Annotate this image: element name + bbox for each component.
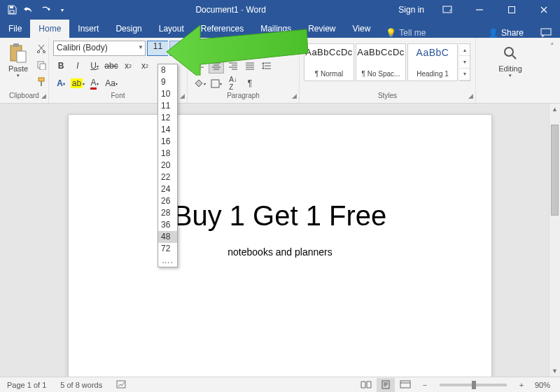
line-spacing-button[interactable] bbox=[259, 58, 274, 74]
align-right-button[interactable] bbox=[225, 58, 241, 74]
ribbon-display-options-icon[interactable] bbox=[431, 0, 463, 20]
style-heading1[interactable]: AaBbCHeading 1 bbox=[407, 43, 458, 81]
font-dialog-launcher[interactable]: ◢ bbox=[180, 92, 185, 99]
tab-home[interactable]: Home bbox=[30, 20, 69, 38]
align-center-button[interactable] bbox=[209, 58, 224, 74]
subscript-button[interactable]: x2 bbox=[120, 58, 136, 74]
clipboard-dialog-launcher[interactable]: ◢ bbox=[41, 92, 46, 99]
font-size-dropdown-button[interactable]: ▼ bbox=[169, 41, 181, 56]
zoom-out-button[interactable]: − bbox=[416, 378, 434, 392]
size-option[interactable]: 9 bbox=[158, 76, 177, 88]
document-heading[interactable]: Buy 1 Get 1 Free bbox=[174, 200, 387, 232]
close-button[interactable] bbox=[528, 0, 560, 20]
save-icon[interactable] bbox=[4, 2, 20, 18]
size-option[interactable]: 14 bbox=[158, 124, 177, 136]
increase-indent-button[interactable] bbox=[259, 40, 274, 55]
size-option[interactable]: 11 bbox=[158, 100, 177, 112]
zoom-in-button[interactable]: + bbox=[512, 378, 531, 392]
size-option[interactable]: 18 bbox=[158, 148, 177, 160]
font-size-dropdown-list[interactable]: 8 9 10 11 12 14 16 18 20 22 24 26 28 36 … bbox=[158, 64, 178, 267]
font-size-combo[interactable]: 11 bbox=[147, 41, 168, 56]
format-painter-icon[interactable] bbox=[34, 74, 49, 90]
cut-icon[interactable] bbox=[34, 41, 49, 56]
paragraph-dialog-launcher[interactable]: ◢ bbox=[292, 92, 297, 99]
document-subtext[interactable]: notebooks and planners bbox=[227, 246, 332, 258]
tab-view[interactable]: View bbox=[344, 20, 379, 38]
size-option[interactable]: 16 bbox=[158, 136, 177, 148]
tell-me[interactable]: 💡Tell me bbox=[379, 28, 433, 38]
vertical-scrollbar[interactable]: ▲ ▼ bbox=[549, 104, 560, 377]
zoom-slider[interactable] bbox=[440, 384, 507, 386]
web-layout-button[interactable] bbox=[396, 378, 414, 392]
show-marks-button[interactable]: ¶ bbox=[242, 76, 258, 91]
sort-button[interactable]: A↓Z bbox=[225, 76, 241, 91]
italic-button[interactable]: I bbox=[70, 58, 85, 74]
style-sample: AaBbCcDc bbox=[305, 47, 353, 57]
svg-rect-23 bbox=[117, 381, 125, 388]
qat-customize-icon[interactable]: ▾ bbox=[55, 2, 70, 18]
tab-references[interactable]: References bbox=[192, 20, 252, 38]
highlight-button[interactable]: ab▾ bbox=[70, 76, 85, 91]
size-list-resize-icon[interactable]: …. bbox=[158, 255, 177, 267]
superscript-button[interactable]: x2 bbox=[137, 58, 153, 74]
size-option[interactable]: 24 bbox=[158, 183, 177, 195]
sign-in-link[interactable]: Sign in bbox=[391, 5, 431, 15]
size-option-hover[interactable]: 48 bbox=[158, 231, 177, 243]
undo-icon[interactable] bbox=[21, 2, 36, 18]
tab-mailings[interactable]: Mailings bbox=[252, 20, 300, 38]
text-effects-button[interactable]: A▾ bbox=[53, 76, 69, 91]
copy-icon[interactable] bbox=[34, 57, 49, 73]
collapse-ribbon-button[interactable]: ˄ bbox=[545, 38, 560, 103]
font-color-button[interactable]: A▾ bbox=[87, 76, 102, 91]
size-option[interactable]: 8 bbox=[158, 64, 177, 76]
shading-button[interactable]: ▾ bbox=[192, 76, 207, 91]
scroll-up-icon[interactable]: ▲ bbox=[550, 104, 560, 115]
change-case-button[interactable]: Aa▾ bbox=[104, 76, 119, 91]
align-left-button[interactable] bbox=[192, 58, 207, 74]
justify-button[interactable] bbox=[242, 58, 258, 74]
read-mode-button[interactable] bbox=[357, 378, 375, 392]
size-option[interactable]: 36 bbox=[158, 219, 177, 231]
paste-button[interactable]: Paste ▾ bbox=[4, 41, 32, 80]
style-normal[interactable]: AaBbCcDc¶ Normal bbox=[304, 43, 354, 81]
scroll-down-icon[interactable]: ▼ bbox=[550, 365, 560, 377]
borders-button[interactable]: ▾ bbox=[209, 76, 224, 91]
size-option[interactable]: 20 bbox=[158, 160, 177, 172]
decrease-indent-button[interactable] bbox=[242, 40, 258, 55]
status-page[interactable]: Page 1 of 1 bbox=[0, 381, 53, 389]
tab-insert[interactable]: Insert bbox=[69, 20, 107, 38]
tab-design[interactable]: Design bbox=[107, 20, 150, 38]
size-option[interactable]: 22 bbox=[158, 172, 177, 183]
underline-button[interactable]: U▾ bbox=[87, 58, 102, 74]
comments-pane-icon[interactable] bbox=[532, 28, 560, 38]
share-button[interactable]: 👤Share bbox=[479, 28, 532, 38]
size-option[interactable]: 26 bbox=[158, 195, 177, 207]
maximize-button[interactable] bbox=[496, 0, 528, 20]
bold-button[interactable]: B bbox=[53, 58, 69, 74]
size-option[interactable]: 28 bbox=[158, 207, 177, 219]
multilevel-list-button[interactable] bbox=[225, 40, 241, 55]
document-page[interactable]: Buy 1 Get 1 Free notebooks and planners bbox=[69, 115, 491, 377]
status-words[interactable]: 5 of 8 words bbox=[53, 381, 109, 389]
print-layout-button[interactable] bbox=[377, 378, 395, 392]
scroll-thumb[interactable] bbox=[551, 125, 559, 216]
zoom-slider-thumb[interactable] bbox=[472, 381, 476, 389]
tab-file[interactable]: File bbox=[0, 20, 30, 38]
size-option[interactable]: 10 bbox=[158, 88, 177, 100]
tab-review[interactable]: Review bbox=[300, 20, 344, 38]
font-name-combo[interactable]: Calibri (Body)▼ bbox=[53, 41, 146, 56]
zoom-level[interactable]: 90% bbox=[532, 381, 553, 389]
redo-icon[interactable] bbox=[38, 2, 53, 18]
strikethrough-button[interactable]: abc bbox=[104, 58, 119, 74]
size-option[interactable]: 72 bbox=[158, 243, 177, 255]
styles-gallery-scroll[interactable]: ▴▾▾ bbox=[459, 43, 470, 81]
style-no-spacing[interactable]: AaBbCcDc¶ No Spac... bbox=[356, 43, 406, 81]
status-proofing-icon[interactable] bbox=[109, 379, 134, 391]
minimize-button[interactable] bbox=[463, 0, 496, 20]
tab-layout[interactable]: Layout bbox=[150, 20, 192, 38]
bullets-button[interactable] bbox=[192, 40, 207, 55]
numbering-button[interactable]: 123 bbox=[209, 40, 224, 55]
editing-dropdown[interactable]: Editing ▾ bbox=[496, 41, 525, 80]
size-option[interactable]: 12 bbox=[158, 112, 177, 124]
styles-dialog-launcher[interactable]: ◢ bbox=[468, 92, 473, 99]
